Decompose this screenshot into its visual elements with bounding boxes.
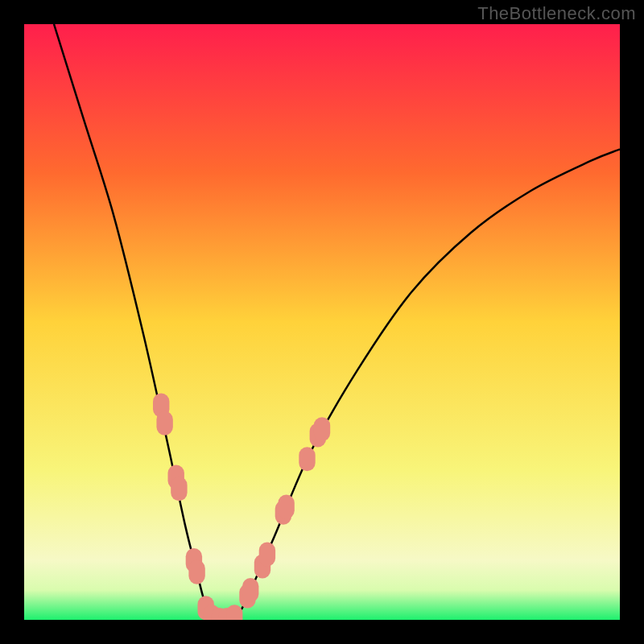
marker-dot <box>188 560 204 584</box>
marker-dot <box>314 417 330 441</box>
marker-dot <box>171 477 187 501</box>
marker-dot <box>156 411 172 436</box>
gradient-background <box>24 24 620 620</box>
marker-dot <box>278 494 294 518</box>
bottleneck-chart <box>24 24 620 620</box>
watermark-text: TheBottleneck.com <box>477 3 636 24</box>
chart-frame: TheBottleneck.com <box>0 0 644 644</box>
marker-dot <box>299 447 315 471</box>
marker-dot <box>259 543 275 567</box>
marker-dot <box>242 578 258 602</box>
plot-area <box>24 24 620 620</box>
